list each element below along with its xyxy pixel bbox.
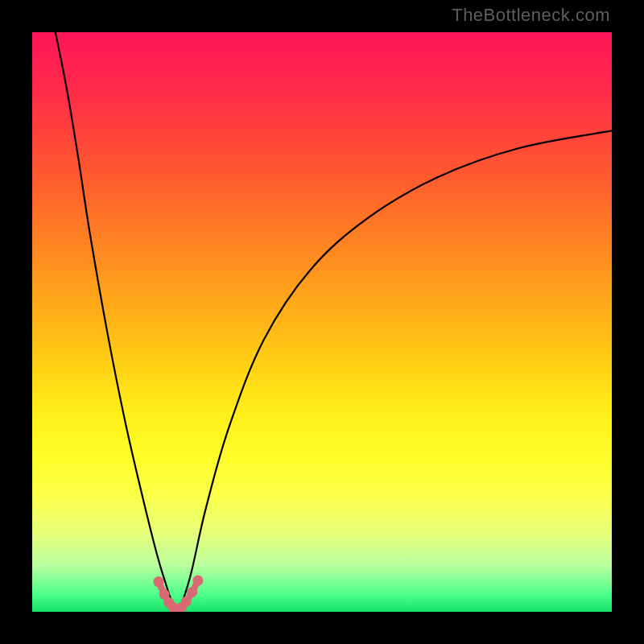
valley-dot — [192, 576, 203, 586]
chart-frame: TheBottleneck.com — [0, 0, 644, 644]
attribution-label: TheBottleneck.com — [452, 5, 610, 26]
valley-dot — [181, 597, 192, 607]
plot-area — [32, 32, 612, 612]
valley-dot — [187, 587, 197, 597]
chart-svg — [32, 32, 612, 612]
left-curve — [56, 32, 177, 612]
right-curve — [177, 130, 612, 612]
valley-dots — [153, 576, 203, 612]
valley-dot — [153, 576, 163, 587]
